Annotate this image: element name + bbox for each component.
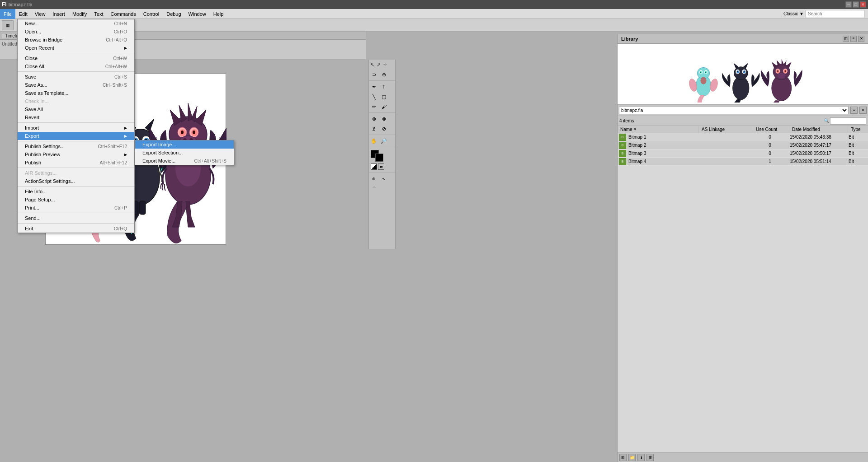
bitmap3-icon: B xyxy=(619,150,626,157)
menu-air-settings[interactable]: AIR Settings... xyxy=(18,169,134,177)
menu-item-view[interactable]: View xyxy=(31,9,49,19)
pencil-tool[interactable]: ✏ xyxy=(369,102,379,112)
line-tool[interactable]: ╲ xyxy=(369,92,379,102)
library-pin-btn[interactable]: ◫ xyxy=(843,36,849,42)
menu-close[interactable]: Close Ctrl+W xyxy=(18,54,134,62)
library-item-bitmap3[interactable]: B Bitmap 3 0 15/02/2020 05:50:17 Bit xyxy=(618,149,868,158)
magnifier-tool[interactable]: 🔎 xyxy=(379,136,389,146)
close-button[interactable]: ✕ xyxy=(860,1,866,8)
menu-publish-settings[interactable]: Publish Settings... Ctrl+Shift+F12 xyxy=(18,142,134,150)
brush-tool[interactable]: 🖌 xyxy=(379,102,389,112)
menu-open[interactable]: Open... Ctrl+O xyxy=(18,28,134,36)
bitmap2-icon: B xyxy=(619,142,626,149)
menu-item-file[interactable]: File xyxy=(0,9,15,19)
ink-bottle-tool[interactable]: ⊚ xyxy=(369,114,379,124)
tool-divider-5 xyxy=(369,173,395,173)
library-close-btn[interactable]: ✕ xyxy=(858,36,864,42)
search-input[interactable] xyxy=(808,11,862,16)
menu-save-as[interactable]: Save As... Ctrl+Shift+S xyxy=(18,81,134,89)
shape-tool[interactable]: ▢ xyxy=(379,92,389,102)
library-column-headers: Name ▼ AS Linkage Use Count Date Modifie… xyxy=(618,126,868,133)
fill-color-box[interactable] xyxy=(375,154,383,162)
arrow-tool[interactable]: ↖ xyxy=(369,60,376,70)
lasso-tool[interactable]: ⊃ xyxy=(369,70,379,79)
col-count-header[interactable]: Use Count xyxy=(753,126,789,133)
menu-save-all[interactable]: Save All xyxy=(18,105,134,113)
menu-save-template[interactable]: Save as Template... xyxy=(18,89,134,97)
export-selection-item[interactable]: Export Selection... xyxy=(135,149,234,157)
tool-row-7: ⊻ ⊘ xyxy=(369,124,395,134)
menu-sep-4 xyxy=(18,141,134,141)
menu-page-setup[interactable]: Page Setup... xyxy=(18,196,134,204)
menu-item-debug[interactable]: Debug xyxy=(163,9,184,19)
menu-item-insert[interactable]: Insert xyxy=(49,9,69,19)
menu-send[interactable]: Send... xyxy=(18,214,134,222)
menu-actionscript-settings[interactable]: ActionScript Settings... xyxy=(18,177,134,185)
minimize-button[interactable]: ─ xyxy=(845,1,852,8)
zoom-magnify-tool[interactable]: ⊕ xyxy=(379,70,389,79)
library-search-input[interactable] xyxy=(830,117,866,125)
tool-row-6: ⊚ ⊗ xyxy=(369,114,395,124)
hand-tool[interactable]: ✋ xyxy=(369,136,379,146)
menu-file-info[interactable]: File Info... xyxy=(18,187,134,196)
library-item-bitmap1[interactable]: B Bitmap 1 0 15/02/2020 05:43:38 Bit xyxy=(618,133,868,141)
menu-item-help[interactable]: Help xyxy=(210,9,227,19)
menu-print[interactable]: Print... Ctrl+P xyxy=(18,204,134,212)
menu-item-commands[interactable]: Commands xyxy=(107,9,139,19)
menu-close-all[interactable]: Close All Ctrl+Alt+W xyxy=(18,62,134,70)
menu-export[interactable]: Export ▶ xyxy=(18,132,134,140)
snap-tool[interactable]: ⊕ xyxy=(369,174,379,184)
library-menu-btn[interactable]: ≡ xyxy=(850,36,857,42)
lib-props-btn[interactable]: ℹ xyxy=(637,454,645,461)
library-header-buttons: ◫ ≡ ✕ xyxy=(843,36,864,42)
col-linkage-header[interactable]: AS Linkage xyxy=(699,126,753,133)
free-transform-tool[interactable]: ⊹ xyxy=(382,60,389,70)
text-tool[interactable]: T xyxy=(379,82,389,92)
lib-folder-btn[interactable]: 📁 xyxy=(628,454,636,461)
timeline-panel-btn[interactable]: ▦ xyxy=(2,20,14,30)
svg-point-64 xyxy=(744,71,745,72)
maximize-button[interactable]: □ xyxy=(853,1,859,8)
menu-revert[interactable]: Revert xyxy=(18,113,134,121)
swap-colors-btn[interactable]: ⇄ xyxy=(378,163,384,170)
pen-tool[interactable]: ✒ xyxy=(369,82,379,92)
library-item-bitmap4[interactable]: B Bitmap 4 1 15/02/2020 05:51:14 Bit xyxy=(618,158,868,166)
menu-item-modify[interactable]: Modify xyxy=(69,9,90,19)
library-props-btn[interactable]: ≡ xyxy=(859,107,867,114)
col-type-header[interactable]: Type xyxy=(848,126,868,133)
export-image-item[interactable]: Export Image... xyxy=(135,140,234,149)
col-date-header[interactable]: Date Modified xyxy=(789,126,848,133)
smooth-tool[interactable]: ∿ xyxy=(379,174,389,184)
reset-colors-btn[interactable] xyxy=(371,163,377,170)
lib-new-symbol-btn[interactable]: ⊞ xyxy=(619,454,627,461)
menu-item-control[interactable]: Control xyxy=(140,9,163,19)
tool-divider-2 xyxy=(369,112,395,113)
menu-item-edit[interactable]: Edit xyxy=(15,9,31,19)
menu-check-in[interactable]: Check In... xyxy=(18,97,134,105)
paint-bucket-tool[interactable]: ⊗ xyxy=(379,114,389,124)
menu-item-text[interactable]: Text xyxy=(90,9,107,19)
menu-new[interactable]: New... Ctrl+N xyxy=(18,19,134,28)
menu-item-window[interactable]: Window xyxy=(185,9,210,19)
svg-point-77 xyxy=(784,70,786,71)
eyedropper-tool[interactable]: ⊻ xyxy=(369,124,379,134)
library-file-select[interactable]: bitmapz.fla xyxy=(619,106,849,114)
library-add-btn[interactable]: + xyxy=(850,107,858,114)
export-movie-item[interactable]: Export Movie... Ctrl+Alt+Shift+S xyxy=(135,157,234,165)
menu-save[interactable]: Save Ctrl+S xyxy=(18,73,134,81)
subselect-tool[interactable]: ↗ xyxy=(376,60,382,70)
menu-publish[interactable]: Publish Alt+Shift+F12 xyxy=(18,159,134,167)
col-name-header[interactable]: Name ▼ xyxy=(618,126,699,133)
library-item-bitmap2[interactable]: B Bitmap 2 0 15/02/2020 05:47:17 Bit xyxy=(618,141,868,149)
tool-row-2: ⊃ ⊕ xyxy=(369,70,395,79)
eraser-tool[interactable]: ⊘ xyxy=(379,124,389,134)
menu-sep-1 xyxy=(18,53,134,53)
menu-import[interactable]: Import ▶ xyxy=(18,124,134,132)
bitmap4-count: 1 xyxy=(752,159,788,164)
menu-browse-bridge[interactable]: Browse in Bridge Ctrl+Alt+O xyxy=(18,36,134,44)
menu-open-recent[interactable]: Open Recent ▶ xyxy=(18,44,134,52)
menu-exit[interactable]: Exit Ctrl+Q xyxy=(18,224,134,233)
straighten-tool[interactable]: ⌒ xyxy=(369,184,379,194)
menu-publish-preview[interactable]: Publish Preview ▶ xyxy=(18,150,134,159)
lib-delete-btn[interactable]: 🗑 xyxy=(646,454,654,461)
